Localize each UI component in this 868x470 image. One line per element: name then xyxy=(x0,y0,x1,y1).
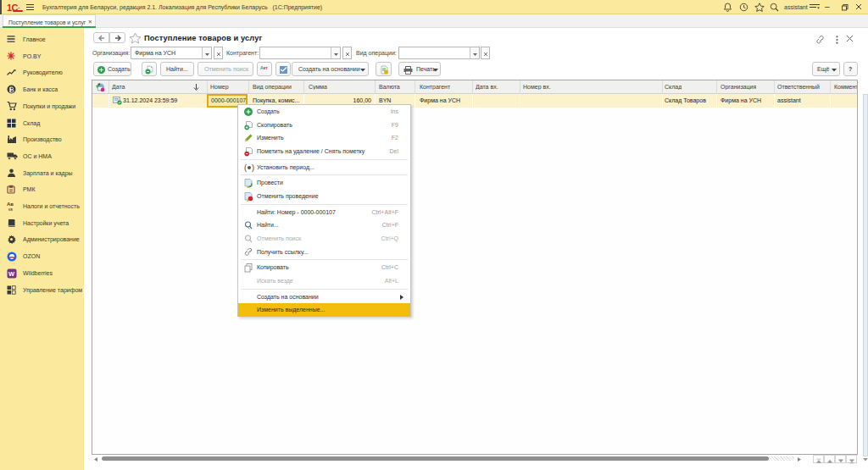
svg-text:(: ( xyxy=(244,163,247,172)
svg-text:кв: кв xyxy=(8,207,13,212)
svg-text:W: W xyxy=(8,270,15,278)
svg-text:): ) xyxy=(252,163,254,172)
